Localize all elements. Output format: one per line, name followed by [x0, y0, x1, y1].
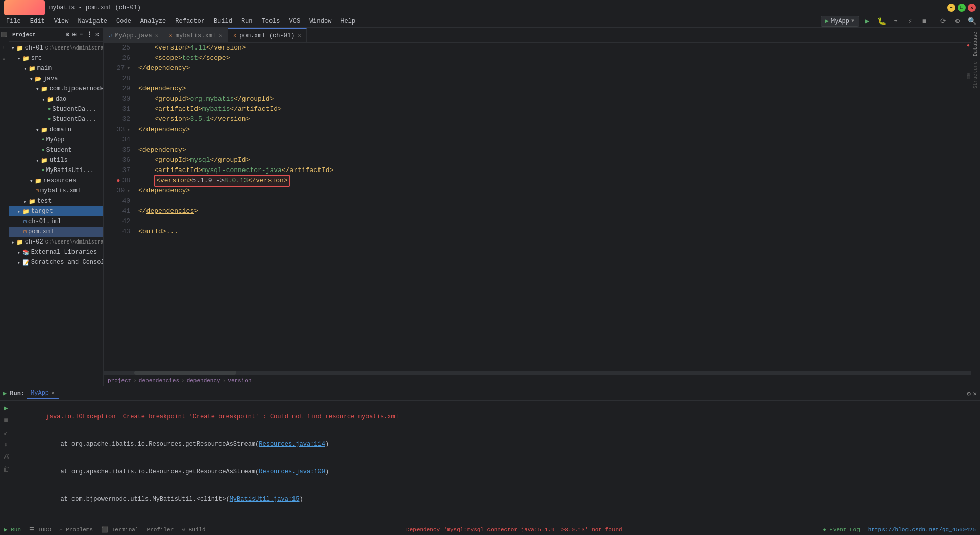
menu-analyze[interactable]: Analyze — [136, 17, 170, 26]
project-sidebar: Project ⚙ ⊞ – ⋮ ✕ ▾ 📁 ch-01 C:\Users\Adm… — [9, 28, 104, 386]
menu-window[interactable]: Window — [305, 17, 335, 26]
favorites-icon[interactable]: ★ — [2, 55, 7, 65]
menu-refactor[interactable]: Refactor — [171, 17, 209, 26]
status-run-icon[interactable]: ▶ Run — [4, 526, 21, 533]
coverage-button[interactable]: ☂ — [890, 15, 902, 28]
sidebar-settings-icon[interactable]: ⋮ — [85, 30, 93, 39]
clear-button[interactable]: 🗑 — [1, 464, 11, 474]
tree-item-ch01-iml[interactable]: ⊡ ch-01.iml — [9, 216, 103, 227]
settings-bottom-icon[interactable]: ⚙ — [967, 390, 971, 398]
breadcrumb-dependencies[interactable]: dependencies — [139, 378, 179, 384]
menu-edit[interactable]: Edit — [26, 17, 49, 26]
tree-item-studentda1[interactable]: ● StudentDa... — [9, 104, 103, 114]
menu-build[interactable]: Build — [210, 17, 236, 26]
menu-tools[interactable]: Tools — [258, 17, 284, 26]
tree-item-myapp[interactable]: ● MyApp — [9, 135, 103, 145]
horizontal-scrollbar[interactable] — [104, 371, 971, 375]
editor-scrollbar[interactable]: ● ▒ — [964, 43, 971, 371]
breadcrumb-project[interactable]: project — [108, 378, 131, 384]
tree-item-studentda2[interactable]: ● StudentDa... — [9, 114, 103, 125]
status-problems[interactable]: ⚠ Problems — [59, 526, 93, 533]
scroll-thumb[interactable]: ▒ — [967, 74, 970, 79]
console-output: java.io.IOException Create breakpoint 'C… — [12, 401, 980, 524]
bottom-tab-close[interactable]: ✕ — [51, 390, 55, 396]
menu-view[interactable]: View — [50, 17, 73, 26]
tree-item-student[interactable]: ● Student — [9, 145, 103, 155]
sidebar-layout-icon[interactable]: ⊞ — [71, 30, 77, 39]
tab-myapp-java[interactable]: J MyApp.java ✕ — [104, 28, 164, 42]
tree-item-ext-libs[interactable]: ▸ 📚 External Libraries — [9, 247, 103, 257]
menu-help[interactable]: Help — [336, 17, 359, 26]
tree-item-dao[interactable]: ▾ 📁 dao — [9, 94, 103, 104]
print-button[interactable]: 🖨 — [1, 452, 11, 462]
structure-right-icon[interactable]: Structure — [973, 59, 978, 91]
status-terminal[interactable]: ⬛ Terminal — [101, 526, 138, 533]
sidebar-close-icon[interactable]: ✕ — [94, 30, 100, 39]
tree-item-domain[interactable]: ▾ 📁 domain — [9, 125, 103, 135]
status-profiler[interactable]: Profiler — [147, 527, 174, 533]
tab-mybatis-xml[interactable]: X mybatis.xml ✕ — [164, 28, 228, 42]
tree-item-mybatisutil[interactable]: ● MyBatisUti... — [9, 165, 103, 176]
tree-item-main[interactable]: ▾ 📁 main — [9, 63, 103, 74]
run-app-selector[interactable]: ▶ MyApp ▼ — [821, 16, 859, 27]
link-mybatisutil-15[interactable]: MyBatisUtil.java:15 — [230, 496, 300, 503]
tree-item-java[interactable]: ▾ 📂 java — [9, 74, 103, 84]
restart-button[interactable]: ▶ — [1, 403, 11, 413]
h-scroll-thumb[interactable] — [134, 371, 236, 375]
bottom-tab-myapp[interactable]: MyApp ✕ — [27, 388, 59, 399]
tree-item-src[interactable]: ▾ 📁 src — [9, 53, 103, 63]
scroll-to-end[interactable]: ⬇ — [1, 440, 11, 450]
database-icon[interactable]: Database — [973, 30, 978, 58]
close-bottom-icon[interactable]: ✕ — [973, 390, 977, 398]
tree-item-pom-xml[interactable]: ⊡ pom.xml — [9, 227, 103, 237]
tree-item-utils[interactable]: ▾ 📁 utils — [9, 155, 103, 165]
step-button[interactable]: ↙ — [1, 427, 11, 437]
fold-39[interactable]: ▾ — [127, 186, 130, 196]
status-todo[interactable]: ☰ TODO — [29, 526, 51, 533]
menu-code[interactable]: Code — [112, 17, 135, 26]
project-icon[interactable]: ⬛ — [2, 30, 7, 40]
menu-navigate[interactable]: Navigate — [74, 17, 111, 26]
menu-run[interactable]: Run — [237, 17, 257, 26]
code-area[interactable]: <version>4.11</version> <scope>test</sco… — [134, 43, 964, 371]
event-log-button[interactable]: ● Event Log — [823, 527, 860, 533]
tree-item-test[interactable]: ▸ 📁 test — [9, 196, 103, 206]
tree-item-scratches[interactable]: ▸ 📝 Scratches and Consoles — [9, 257, 103, 268]
minimize-button[interactable]: – — [947, 4, 955, 12]
tree-item-mybatis-xml[interactable]: ⊡ mybatis.xml — [9, 186, 103, 196]
breadcrumb-version[interactable]: version — [228, 378, 251, 384]
menu-file[interactable]: File — [2, 17, 25, 26]
tree-item-resources[interactable]: ▾ 📁 resources — [9, 176, 103, 186]
tree-item-ch02[interactable]: ▸ 📁 ch-02 C:\Users\Administrator — [9, 237, 103, 247]
breadcrumb-dependency[interactable]: dependency — [187, 378, 220, 384]
status-build[interactable]: ⚒ Build — [182, 526, 205, 533]
stop-button[interactable]: ■ — [918, 15, 930, 28]
maximize-button[interactable]: □ — [958, 4, 966, 12]
menu-vcs[interactable]: VCS — [285, 17, 305, 26]
update-button[interactable]: ⟳ — [937, 15, 949, 28]
structure-icon[interactable]: ≡ — [2, 44, 7, 51]
run-button[interactable]: ▶ — [861, 15, 873, 28]
sidebar-collapse-icon[interactable]: – — [79, 30, 84, 39]
fold-27[interactable]: ▾ — [127, 63, 130, 74]
tree-item-ch01[interactable]: ▾ 📁 ch-01 C:\Users\Administrator — [9, 43, 103, 53]
tree-item-target[interactable]: ▸ 📁 target — [9, 206, 103, 216]
left-icons: ⬛ ≡ ★ — [0, 28, 9, 386]
status-url[interactable]: https://blog.csdn.net/qq_4560425 — [868, 527, 976, 533]
tab-mybatis-close[interactable]: ✕ — [219, 32, 223, 39]
tab-myapp-close[interactable]: ✕ — [155, 32, 159, 39]
tab-pom-xml[interactable]: X pom.xml (ch-01) ✕ — [228, 28, 307, 42]
stop-run-button[interactable]: ■ — [1, 415, 11, 425]
link-resources-114[interactable]: Resources.java:114 — [259, 441, 325, 448]
sidebar-gear-icon[interactable]: ⚙ — [65, 30, 70, 39]
link-resources-100[interactable]: Resources.java:100 — [259, 468, 325, 475]
editor-content[interactable]: 25 26 27 ▾ 28 29 — [104, 43, 971, 371]
profile-button[interactable]: ⚡ — [904, 15, 916, 28]
tab-pom-close[interactable]: ✕ — [298, 32, 301, 39]
settings-button[interactable]: ⚙ — [951, 15, 964, 28]
search-everywhere[interactable]: 🔍 — [966, 15, 978, 28]
tree-item-package[interactable]: ▾ 📁 com.bjpowernode — [9, 84, 103, 94]
fold-33[interactable]: ▾ — [127, 125, 130, 135]
debug-button[interactable]: 🐛 — [875, 15, 888, 28]
close-button[interactable]: ✕ — [968, 4, 976, 12]
